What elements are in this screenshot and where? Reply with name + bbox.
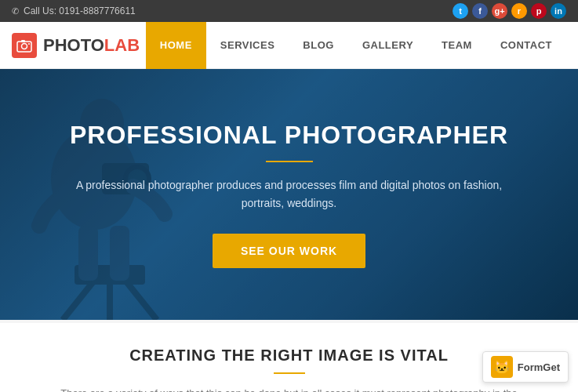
top-bar: ✆ Call Us: 0191-8887776611 t f g+ r p in [0,0,578,22]
nav-contact[interactable]: CONTACT [486,22,566,69]
facebook-icon[interactable]: f [472,3,488,19]
social-icons-group: t f g+ r p in [453,3,566,19]
hero-content: PROFESSIONAL PHOTOGRAPHER A professional… [54,121,525,268]
svg-rect-2 [21,40,25,42]
section-text: There are a variety of ways that this ca… [54,385,525,392]
phone-icon: ✆ [12,6,19,16]
svg-point-3 [28,43,30,45]
svg-line-11 [125,281,157,320]
phone-text: Call Us: 0191-8887776611 [24,5,136,16]
logo-icon [12,33,37,58]
formget-label: FormGet [518,361,560,373]
nav-home[interactable]: HOME [146,22,206,69]
twitter-icon[interactable]: t [453,3,468,19]
see-our-work-button[interactable]: SEE OUR WORK [213,234,365,268]
camera-icon [16,38,32,53]
hero-subtitle: A professional photographer produces and… [70,176,509,212]
logo[interactable]: PHOTOLAB [12,33,140,58]
formget-badge[interactable]: 🐱 FormGet [482,351,569,383]
header: PHOTOLAB HOME SERVICES BLOG GALLERY TEAM… [0,22,578,69]
svg-point-1 [22,43,27,49]
linkedin-icon[interactable]: in [551,3,566,19]
hero-section: PROFESSIONAL PHOTOGRAPHER A professional… [0,69,578,320]
nav-gallery[interactable]: GALLERY [348,22,427,69]
svg-line-9 [63,281,94,320]
rss-icon[interactable]: r [511,3,527,19]
hero-title: PROFESSIONAL PHOTOGRAPHER [70,121,509,150]
pinterest-icon[interactable]: p [531,3,547,19]
hero-divider [266,161,313,162]
nav-services[interactable]: SERVICES [206,22,289,69]
logo-lab: LAB [104,35,140,55]
main-nav: HOME SERVICES BLOG GALLERY TEAM CONTACT [146,22,566,69]
nav-team[interactable]: TEAM [427,22,486,69]
logo-text: PHOTOLAB [43,35,140,56]
nav-blog[interactable]: BLOG [289,22,348,69]
formget-mascot: 🐱 [491,356,513,378]
logo-photo: PHOTO [43,35,104,55]
section-title: CREATING THE RIGHT IMAGE IS VITAL [31,347,547,365]
section-divider [274,372,305,374]
google-icon[interactable]: g+ [492,3,507,19]
phone-info: ✆ Call Us: 0191-8887776611 [12,5,136,16]
